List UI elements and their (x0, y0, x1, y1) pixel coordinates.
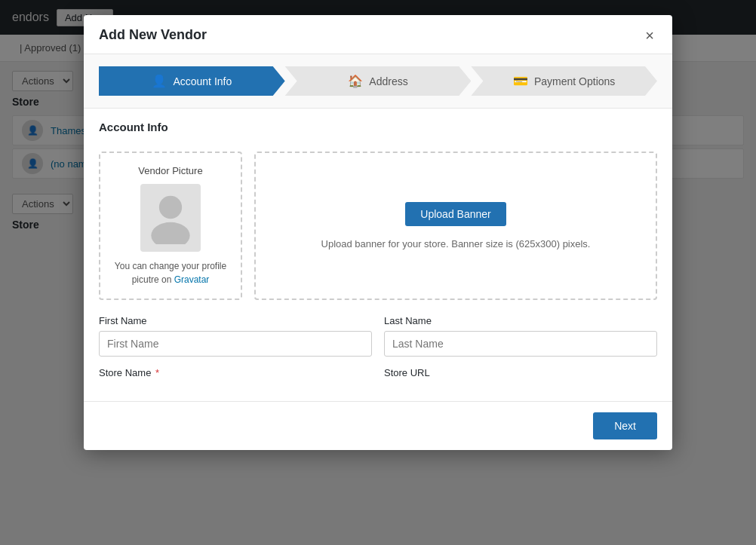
avatar-placeholder (140, 184, 201, 252)
banner-hint: Upload banner for your store. Banner siz… (321, 238, 591, 250)
step-address-label: Address (369, 75, 407, 87)
steps-bar: 👤 Account Info 🏠 Address 💳 Payment Optio… (84, 54, 672, 109)
form-group-store-url: Store URL (384, 367, 657, 378)
store-url-label: Store URL (384, 367, 657, 378)
form-row-names: First Name Last Name (99, 315, 657, 357)
step-payment-options[interactable]: 💳 Payment Options (471, 66, 657, 96)
last-name-label: Last Name (384, 315, 657, 326)
step-address[interactable]: 🏠 Address (285, 66, 472, 96)
home-icon: 🏠 (348, 74, 363, 88)
form-group-first-name: First Name (99, 315, 372, 357)
next-button[interactable]: Next (593, 412, 657, 439)
payment-icon: 💳 (513, 74, 528, 88)
person-icon: 👤 (152, 74, 167, 88)
form-group-store-name: Store Name * (99, 367, 372, 378)
svg-point-1 (151, 222, 189, 244)
vendor-picture-label: Vendor Picture (138, 165, 202, 176)
first-name-label: First Name (99, 315, 372, 326)
step-account-info-label: Account Info (173, 75, 232, 87)
modal-body: Account Info Vendor Picture You can chan… (84, 109, 672, 401)
form-group-last-name: Last Name (384, 315, 657, 357)
vendor-picture-box: Vendor Picture You can change your profi… (99, 152, 242, 300)
upload-area: Vendor Picture You can change your profi… (99, 152, 657, 300)
modal-header: Add New Vendor × (84, 15, 672, 54)
form-row-store: Store Name * Store URL (99, 367, 657, 378)
profile-hint: You can change your profile picutre on G… (112, 259, 229, 286)
upload-banner-button[interactable]: Upload Banner (405, 202, 506, 226)
profile-hint-text: You can change your profile picutre on (115, 261, 226, 285)
modal-close-button[interactable]: × (642, 28, 657, 43)
section-title: Account Info (99, 121, 657, 139)
avatar-silhouette-icon (148, 191, 193, 244)
svg-point-0 (159, 196, 182, 219)
store-name-label: Store Name * (99, 367, 372, 378)
gravatar-link[interactable]: Gravatar (174, 274, 210, 285)
modal-overlay: Add New Vendor × 👤 Account Info 🏠 Addres… (0, 0, 756, 545)
required-asterisk: * (155, 367, 159, 378)
modal-footer: Next (84, 401, 672, 450)
modal-title: Add New Vendor (99, 27, 207, 43)
step-account-info[interactable]: 👤 Account Info (99, 66, 285, 96)
first-name-input[interactable] (99, 331, 372, 357)
banner-upload-box: Upload Banner Upload banner for your sto… (254, 152, 657, 300)
add-vendor-modal: Add New Vendor × 👤 Account Info 🏠 Addres… (84, 15, 672, 450)
step-payment-label: Payment Options (534, 75, 615, 87)
last-name-input[interactable] (384, 331, 657, 357)
